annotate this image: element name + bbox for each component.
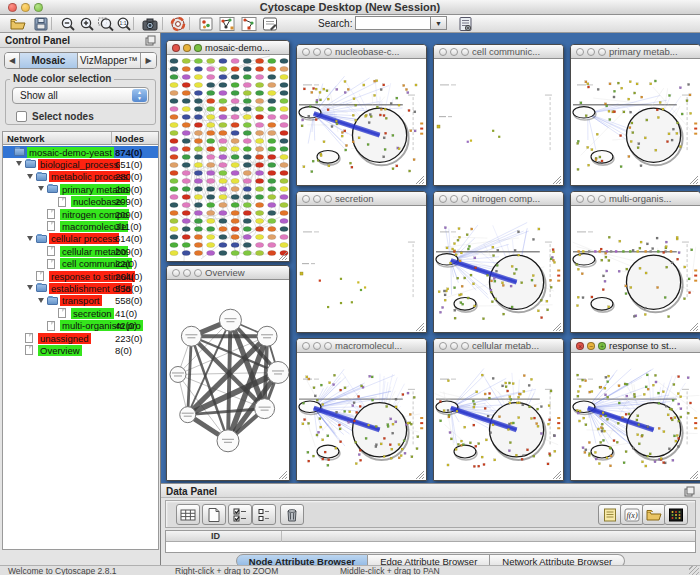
attribute-table-button[interactable] [176,504,200,525]
zoom-in-button[interactable] [77,15,97,32]
zoom-window-button[interactable] [461,342,469,350]
zoom-selected-button[interactable] [96,15,116,32]
window-titlebar[interactable]: secretion [297,192,426,206]
window-titlebar[interactable]: nucleobase-c... [297,45,426,59]
network-name-label[interactable]: transport [60,295,102,306]
delete-attribute-button[interactable] [280,504,304,525]
expand-arrow-icon[interactable] [38,186,44,191]
tree-row-cellular-process[interactable]: cellular process614(0) [3,233,158,245]
new-attribute-button[interactable] [202,504,226,525]
notes-button[interactable] [598,504,622,525]
annotation-button[interactable] [260,15,280,32]
select-attributes-button[interactable] [228,504,252,525]
minimize-button[interactable] [183,269,191,277]
expand-arrow-icon[interactable] [27,285,33,290]
zoom-window-button[interactable] [461,195,469,203]
network-window-cellular-metab[interactable]: cellular metab... [433,338,564,481]
network-name-label[interactable]: biological_process [38,159,120,170]
network-name-label[interactable]: unassigned [38,333,91,344]
close-button[interactable] [439,48,447,56]
window-titlebar[interactable]: Overview [167,266,289,280]
network-view-canvas[interactable] [434,206,563,332]
tree-row-response-to-stimulu[interactable]: response to stimulu264(0) [3,270,158,282]
zoom-fit-button[interactable]: 1:1 [114,15,134,32]
tree-row-multi-organism-pro[interactable]: multi-organism pro42(0) [3,320,158,332]
layout-tree-button[interactable] [239,15,259,32]
matrix-button[interactable] [664,504,688,525]
close-button[interactable] [302,342,310,350]
tab-scroll-right-button[interactable]: ▶ [141,53,156,68]
network-window-cell-comm[interactable]: cell communic... [433,44,564,186]
tree-row-primary-metabo[interactable]: primary metabo209(0) [3,183,158,195]
tree-row-transport[interactable]: transport558(0) [3,295,158,307]
zoom-window-button[interactable] [324,195,332,203]
search-input[interactable] [355,16,431,30]
tree-row-biological-process[interactable]: biological_process651(0) [3,158,158,170]
zoom-window-button[interactable] [324,342,332,350]
window-titlebar[interactable]: ×−+response to st... [571,339,700,353]
layout-network-button[interactable] [217,15,237,32]
window-titlebar[interactable]: cellular metab... [434,339,563,353]
minimize-button[interactable] [313,195,321,203]
tree-row-unassigned[interactable]: unassigned223(0) [3,332,158,344]
index-button[interactable] [455,15,475,32]
search-dropdown-button[interactable]: ▼ [431,16,447,30]
minimize-button[interactable] [587,195,595,203]
tab-mosaic[interactable]: Mosaic [20,53,78,68]
zoom-window-button[interactable] [194,269,202,277]
tree-row-cellular-metabo[interactable]: cellular metabo209(0) [3,245,158,257]
minimize-button[interactable] [313,48,321,56]
close-button[interactable]: × [576,342,584,350]
expand-arrow-icon[interactable] [38,298,44,303]
float-panel-icon[interactable] [684,486,695,497]
network-name-label[interactable]: mosaic-demo-yeast [27,147,114,158]
window-titlebar[interactable]: nitrogen comp... [434,192,563,206]
minimize-button[interactable] [587,48,595,56]
window-titlebar[interactable]: cell communic... [434,45,563,59]
minimize-button[interactable]: − [587,342,595,350]
network-view-canvas[interactable] [297,59,426,185]
help-button[interactable] [168,15,188,32]
close-button[interactable] [576,48,584,56]
zoom-window-button[interactable] [324,48,332,56]
zoom-out-button[interactable] [58,15,78,32]
minimize-button[interactable] [450,342,458,350]
expand-arrow-icon[interactable] [27,174,33,179]
save-session-button[interactable] [31,15,51,32]
zoom-window-button[interactable] [194,44,202,52]
tab-scroll-left-button[interactable]: ◀ [5,53,20,68]
close-button[interactable] [302,48,310,56]
window-titlebar[interactable]: primary metab... [571,45,700,59]
close-button[interactable] [439,195,447,203]
network-name-label[interactable]: secretion [71,308,114,319]
resize-grip[interactable] [689,566,699,575]
network-window-multi-organism[interactable]: multi-organis... [570,191,700,333]
import-button[interactable] [642,504,666,525]
zoom-window-button[interactable] [461,48,469,56]
snapshot-button[interactable] [140,15,160,32]
network-view-canvas[interactable] [297,206,426,332]
network-window-secretion[interactable]: secretion [296,191,427,333]
minimize-button[interactable] [183,44,191,52]
network-name-label[interactable]: Overview [38,345,82,356]
open-file-button[interactable] [8,15,28,32]
network-column-header[interactable]: Network [7,133,44,144]
nodes-column-header[interactable]: Nodes [115,133,144,144]
zoom-window-button[interactable] [598,195,606,203]
window-titlebar[interactable]: multi-organis... [571,192,700,206]
attribute-table[interactable]: ID [165,530,696,553]
tree-row-macromolecule[interactable]: macromolecule311(0) [3,220,158,232]
minimize-button[interactable] [313,342,321,350]
zoom-window-button[interactable] [598,48,606,56]
network-window-nitrogen[interactable]: nitrogen comp... [433,191,564,333]
minimize-button[interactable] [450,48,458,56]
mosaic-tool-button[interactable] [196,15,216,32]
window-titlebar[interactable]: macromolecul... [297,339,426,353]
close-button[interactable] [172,44,180,52]
network-view-canvas[interactable] [297,353,426,480]
network-view-canvas[interactable] [434,59,563,185]
network-view-canvas[interactable] [167,55,289,261]
close-button[interactable] [302,195,310,203]
expand-arrow-icon[interactable] [16,161,22,166]
id-column-header[interactable]: ID [211,531,220,541]
